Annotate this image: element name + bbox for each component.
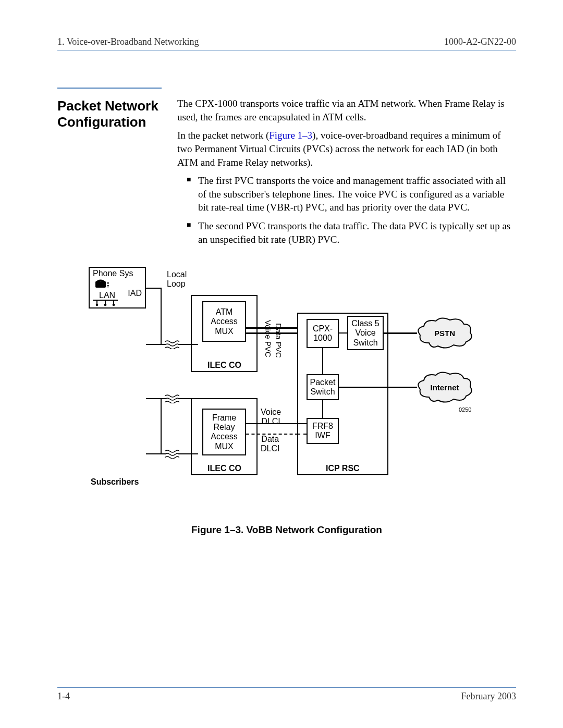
pstn-label: PSTN: [434, 329, 455, 338]
internet-label: Internet: [430, 383, 459, 392]
voice-dlci-label: Voice DLCI: [261, 408, 281, 426]
iad-label: IAD: [128, 289, 142, 298]
figure-caption: Figure 1–3. VoBB Network Configuration: [57, 524, 516, 536]
lan-label: LAN: [99, 291, 115, 300]
atm-access-mux: ATM Access MUX: [202, 301, 246, 342]
internet-cloud: Internet: [416, 371, 473, 403]
bullet-item: The second PVC transports the data traff…: [187, 219, 516, 246]
svg-rect-37: [107, 282, 109, 282]
section-title: Packet Network Configuration: [57, 88, 162, 251]
header-left: 1. Voice-over-Broadband Networking: [57, 36, 199, 47]
phone-sys-label: Phone Sys: [93, 269, 133, 278]
footer-left: 1-4: [57, 691, 70, 702]
icp-rsc-label: ICP RSC: [326, 464, 360, 473]
phone-icon: [95, 279, 109, 291]
svg-rect-40: [107, 287, 109, 287]
svg-rect-39: [107, 285, 109, 286]
lan-icon: [93, 299, 118, 309]
figure-reference-link[interactable]: Figure 1–3: [269, 130, 312, 141]
pstn-cloud: PSTN: [416, 317, 473, 349]
page-header: 1. Voice-over-Broadband Networking 1000-…: [57, 36, 516, 51]
frf8-iwf: FRF8 IWF: [307, 418, 339, 444]
class5-switch: Class 5 Voice Switch: [347, 316, 384, 350]
ilec-co-label: ILEC CO: [207, 464, 241, 473]
squiggle-icon: [165, 394, 179, 403]
voice-pvc-label: Voice PVC: [264, 320, 273, 357]
svg-point-43: [96, 304, 99, 306]
svg-rect-38: [107, 283, 109, 284]
header-right: 1000-A2-GN22-00: [444, 36, 516, 47]
svg-point-47: [113, 304, 115, 306]
paragraph-1: The CPX-1000 transports voice traffic vi…: [177, 97, 516, 124]
figure-id: 0250: [459, 406, 471, 413]
network-diagram: Phone Sys LAN IAD Phone Sys LAN IAD: [89, 267, 485, 512]
svg-point-45: [104, 304, 107, 306]
figure: Phone Sys LAN IAD Phone Sys LAN IAD: [57, 267, 516, 536]
bullet-item: The first PVC transports the voice and m…: [187, 174, 516, 214]
paragraph-2: In the packet network (Figure 1–3), voic…: [177, 129, 516, 169]
cpx-1000: CPX- 1000: [307, 319, 339, 348]
footer-right: February 2003: [461, 691, 516, 702]
squiggle-icon: [165, 449, 179, 459]
packet-switch: Packet Switch: [307, 374, 339, 400]
body-text: The CPX-1000 transports voice traffic vi…: [177, 88, 516, 251]
fr-access-mux: Frame Relay Access MUX: [202, 409, 246, 455]
page-footer: 1-4 February 2003: [57, 687, 516, 702]
squiggle-icon: [165, 340, 179, 349]
local-loop-label: Local Loop: [167, 270, 187, 288]
ilec-co-label: ILEC CO: [207, 361, 241, 370]
data-dlci-label: Data DLCI: [261, 435, 279, 453]
subscribers-label: Subscribers: [91, 477, 139, 487]
data-pvc-label: Data PVC: [274, 323, 283, 358]
